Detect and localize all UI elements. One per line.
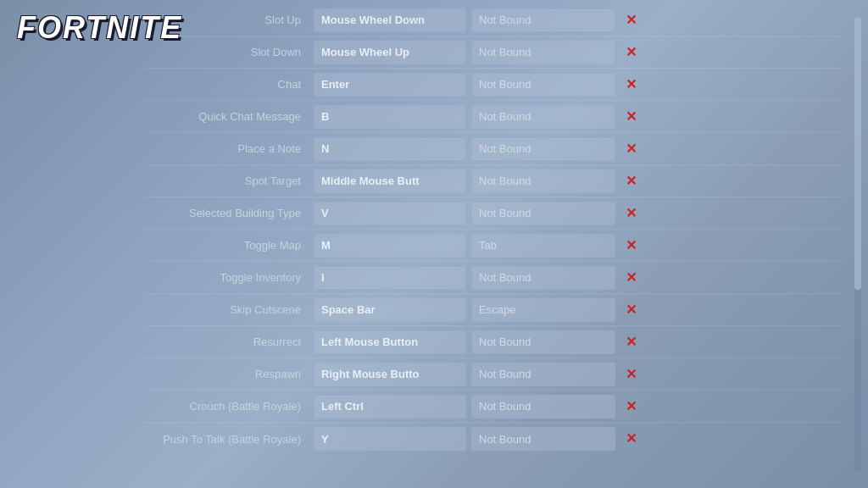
action-label: Skip Cutscene: [144, 303, 314, 316]
primary-keybind-input[interactable]: [314, 363, 466, 386]
action-label: Slot Up: [144, 14, 314, 26]
secondary-keybind-input[interactable]: [471, 169, 615, 193]
secondary-keybind-input[interactable]: [471, 427, 615, 451]
action-label: Crouch (Battle Royale): [144, 400, 314, 413]
primary-keybind-input[interactable]: [314, 330, 466, 354]
x-icon: ✕: [626, 336, 637, 349]
reset-keybind-button[interactable]: ✕: [620, 46, 641, 59]
x-icon: ✕: [626, 239, 637, 252]
scrollbar[interactable]: [854, 17, 861, 471]
reset-keybind-button[interactable]: ✕: [620, 78, 641, 92]
reset-keybind-button[interactable]: ✕: [620, 110, 641, 124]
action-label: Toggle Map: [144, 239, 314, 252]
reset-keybind-button[interactable]: ✕: [620, 239, 641, 252]
action-label: Resurrect: [144, 336, 314, 348]
secondary-keybind-input[interactable]: [471, 298, 615, 322]
reset-keybind-button[interactable]: ✕: [620, 142, 641, 156]
action-label: Toggle Inventory: [144, 271, 314, 284]
keybind-row: Crouch (Battle Royale)✕: [144, 391, 843, 423]
primary-keybind-input[interactable]: [314, 41, 466, 64]
action-label: Respawn: [144, 368, 314, 380]
secondary-keybind-input[interactable]: [471, 137, 615, 161]
primary-keybind-input[interactable]: [314, 105, 466, 129]
secondary-keybind-input[interactable]: [471, 8, 615, 32]
x-icon: ✕: [626, 207, 637, 220]
keybind-row: Skip Cutscene✕: [144, 294, 843, 326]
primary-keybind-input[interactable]: [314, 169, 466, 193]
action-label: Chat: [144, 78, 314, 91]
reset-keybind-button[interactable]: ✕: [620, 207, 641, 220]
keybind-row: Place a Note✕: [144, 133, 843, 165]
primary-keybind-input[interactable]: [314, 73, 466, 97]
secondary-keybind-input[interactable]: [471, 266, 615, 290]
keybind-container: Slot Up✕Slot Down✕Chat✕Quick Chat Messag…: [136, 0, 868, 488]
keybind-row: Toggle Map✕: [144, 230, 843, 262]
reset-keybind-button[interactable]: ✕: [620, 14, 641, 27]
x-icon: ✕: [626, 78, 637, 92]
primary-keybind-input[interactable]: [314, 298, 466, 322]
x-icon: ✕: [626, 271, 637, 285]
primary-keybind-input[interactable]: [314, 202, 466, 225]
action-label: Quick Chat Message: [144, 110, 314, 123]
x-icon: ✕: [626, 368, 637, 381]
primary-keybind-input[interactable]: [314, 266, 466, 290]
secondary-keybind-input[interactable]: [471, 73, 615, 97]
reset-keybind-button[interactable]: ✕: [620, 271, 641, 285]
secondary-keybind-input[interactable]: [471, 330, 615, 354]
primary-keybind-input[interactable]: [314, 234, 466, 258]
x-icon: ✕: [626, 175, 637, 188]
secondary-keybind-input[interactable]: [471, 363, 615, 386]
keybind-row: Toggle Inventory✕: [144, 262, 843, 294]
reset-keybind-button[interactable]: ✕: [620, 336, 641, 349]
reset-keybind-button[interactable]: ✕: [620, 175, 641, 188]
reset-keybind-button[interactable]: ✕: [620, 432, 641, 446]
secondary-keybind-input[interactable]: [471, 41, 615, 64]
x-icon: ✕: [626, 14, 637, 27]
primary-keybind-input[interactable]: [314, 427, 466, 451]
x-icon: ✕: [626, 432, 637, 446]
x-icon: ✕: [626, 303, 637, 317]
action-label: Slot Down: [144, 46, 314, 58]
x-icon: ✕: [626, 142, 637, 156]
keybind-row: Quick Chat Message✕: [144, 101, 843, 133]
primary-keybind-input[interactable]: [314, 395, 466, 419]
primary-keybind-input[interactable]: [314, 8, 466, 32]
action-label: Push To Talk (Battle Royale): [144, 433, 314, 446]
keybind-row: Selected Building Type✕: [144, 197, 843, 230]
action-label: Spot Target: [144, 175, 314, 187]
keybind-row: Slot Down✕: [144, 36, 843, 69]
primary-keybind-input[interactable]: [314, 137, 466, 161]
keybind-row: Slot Up✕: [144, 4, 843, 36]
action-label: Place a Note: [144, 142, 314, 155]
keybind-row: Resurrect✕: [144, 326, 843, 358]
x-icon: ✕: [626, 400, 637, 413]
reset-keybind-button[interactable]: ✕: [620, 368, 641, 381]
secondary-keybind-input[interactable]: [471, 234, 615, 258]
keybind-row: Spot Target✕: [144, 165, 843, 197]
secondary-keybind-input[interactable]: [471, 105, 615, 129]
keybind-row: Chat✕: [144, 69, 843, 101]
scrollbar-thumb: [854, 17, 861, 290]
secondary-keybind-input[interactable]: [471, 395, 615, 419]
x-icon: ✕: [626, 110, 637, 124]
reset-keybind-button[interactable]: ✕: [620, 303, 641, 317]
keybind-row: Respawn✕: [144, 358, 843, 391]
action-label: Selected Building Type: [144, 207, 314, 219]
reset-keybind-button[interactable]: ✕: [620, 400, 641, 413]
secondary-keybind-input[interactable]: [471, 202, 615, 225]
keybind-row: Push To Talk (Battle Royale)✕: [144, 423, 843, 455]
x-icon: ✕: [626, 46, 637, 59]
